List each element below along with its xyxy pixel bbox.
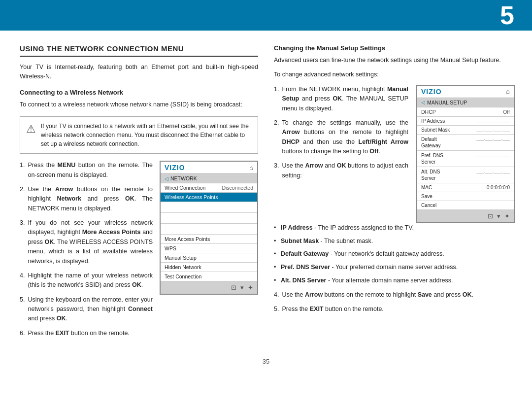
right-step-4-cont: 4. Use the Arrow buttons on the remote t… [274,290,512,300]
tv-manual-subnet: Subnet Mask ___.___.___.___ [417,126,514,135]
right-column: Changing the Manual Setup Settings Advan… [274,44,512,343]
tv-btn-down-icon: ▾ [240,284,244,291]
tv-row-more-ap: More Access Points [161,235,257,244]
right-step-5-cont: 5. Press the EXIT button on the remote. [274,305,512,314]
right-subsection-title: Changing the Manual Setup Settings [274,44,512,52]
bullet-subnet: Subnet Mask - The subnet mask. [274,237,512,246]
tv-row-wired: Wired Connection Disconnected [161,183,257,193]
tv-nav: ◁ NETWORK [161,174,257,183]
left-subsection-title: Connecting to a Wireless Network [20,89,258,96]
bullet-ip: IP Address - The IP address assigned to … [274,223,512,233]
warning-box: ⚠ If your TV is connected to a network w… [20,116,258,154]
right-steps-text: From the NETWORK menu, highlight Manual … [274,85,408,185]
tv-manual-mac: MAC 0:0:0:0:0:0 [417,183,514,192]
footer: 35 [0,358,532,373]
tv-btn-screen-icon: ⊡ [231,284,236,291]
bullet-altdns: Alt. DNS Server - Your alternate domain … [274,276,512,285]
tv-manual-btn-screen: ⊡ [488,212,493,220]
right-steps-container: From the NETWORK menu, highlight Manual … [274,85,512,223]
tv-screen-network: VIZIO ⌂ ◁ NETWORK Wired Connection Disco… [160,161,258,295]
nav-arrow-icon-right: ◁ [421,100,425,105]
tv-row-wireless-ap: Wireless Access Points [161,193,257,202]
tv-manual-cancel: Cancel [417,201,514,210]
tv-header: VIZIO ⌂ [161,162,257,174]
tv-row-spacer2 [161,213,257,224]
tv-nav-label: NETWORK [170,175,197,181]
left-subsection-intro: To connect to a wireless network whose n… [20,100,258,109]
right-intro1: Advanced users can fine-tune the network… [274,56,512,65]
step-3: If you do not see your wireless network … [20,218,153,266]
home-icon: ⌂ [249,164,253,171]
left-steps: Press the MENU button on the remote. The… [20,161,153,338]
tv-row-wps: WPS [161,244,257,253]
section-intro: Your TV is Internet-ready, featuring bot… [20,63,258,82]
bullet-gateway: Default Gateway - Your network's default… [274,249,512,259]
tv-screen-manual: VIZIO ⌂ ◁ MANUAL SETUP DHCP Off IP Addre [416,85,515,223]
main-content: USING THE NETWORK CONNECTION MENU Your T… [0,31,532,353]
tv-bottom-controls: ⊡ ▾ ✦ [161,281,257,294]
warning-text: If your TV is connected to a network wit… [41,122,252,148]
step-4: Highlight the name of your wireless netw… [20,271,153,290]
home-icon-right: ⌂ [506,88,510,95]
tv-manual-nav: ◁ MANUAL SETUP [417,98,514,107]
tv-manual-btn-gear: ✦ [504,212,510,220]
left-tv-screen: VIZIO ⌂ ◁ NETWORK Wired Connection Disco… [160,161,258,295]
tv-manual-dhcp: DHCP Off [417,107,514,117]
tv-row-spacer1 [161,202,257,213]
tv-manual-gateway: DefaultGateway ___.___.___.___ [417,135,514,151]
right-step-1: From the NETWORK menu, highlight Manual … [274,85,408,113]
step1-bold: MENU [58,162,76,169]
top-bar: 5 [0,0,532,31]
step-1: Press the MENU button on the remote. The… [20,161,153,180]
tv-manual-header: VIZIO ⌂ [417,86,514,98]
tv-manual-ip: IP Address ___.___.___.___ [417,117,514,126]
section-title: USING THE NETWORK CONNECTION MENU [20,44,258,57]
right-steps-list1: From the NETWORK menu, highlight Manual … [274,85,408,180]
warning-icon: ⚠ [26,123,36,148]
right-tv-screen: VIZIO ⌂ ◁ MANUAL SETUP DHCP Off IP Addre [416,85,512,223]
tv-row-spacer3 [161,224,257,235]
tv-manual-altdns: Alt. DNSServer ___.___.___.___ [417,167,514,183]
vizio-logo-right: VIZIO [421,88,442,96]
tv-manual-btn-down: ▾ [497,212,500,220]
right-bullet-list: IP Address - The IP address assigned to … [274,223,512,285]
tv-row-test-connection: Test Connection [161,272,257,281]
step-2: Use the Arrow buttons on the remote to h… [20,185,153,213]
right-step-2: To change the settings manually, use the… [274,118,408,157]
left-column: USING THE NETWORK CONNECTION MENU Your T… [20,44,258,343]
tv-row-manual-setup: Manual Setup [161,253,257,263]
right-intro2: To change advanced network settings: [274,70,512,79]
right-step-3: Use the Arrow and OK buttons to adjust e… [274,161,408,180]
page-number: 5 [500,2,514,28]
footer-page-number: 35 [263,358,269,365]
step-5: Using the keyboard on the remote, enter … [20,295,153,324]
tv-manual-bottom: ⊡ ▾ ✦ [417,210,514,222]
tv-manual-prefdns: Pref. DNSServer ___.___.___.___ [417,151,514,167]
tv-manual-save: Save [417,192,514,201]
tv-row-hidden-network: Hidden Network [161,263,257,272]
tv-btn-gear-icon: ✦ [248,284,253,291]
vizio-logo: VIZIO [165,164,185,171]
bullet-prefdns: Pref. DNS Server - Your preferred domain… [274,263,512,272]
nav-arrow-icon: ◁ [165,176,168,181]
tv-manual-nav-label: MANUAL SETUP [427,100,467,105]
step-6: Press the EXIT button on the remote. [20,329,153,338]
